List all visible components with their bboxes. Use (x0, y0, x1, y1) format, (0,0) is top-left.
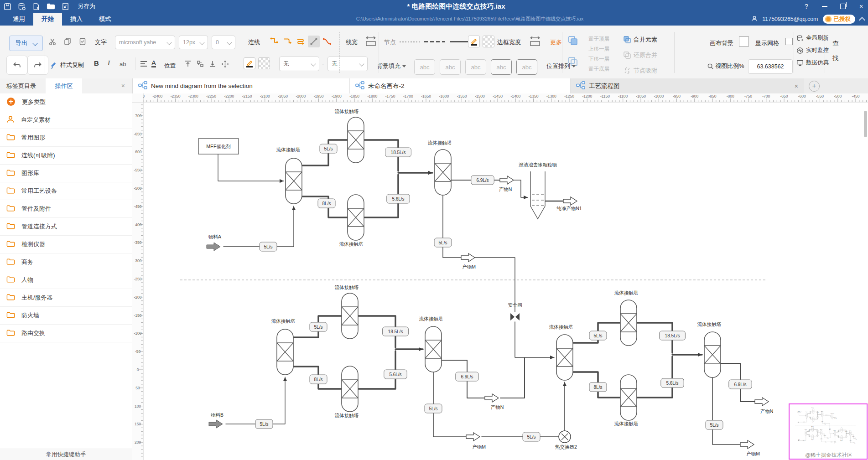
dashed-line-style[interactable] (424, 41, 445, 42)
node-snap-toggle[interactable]: 节点吸附 (623, 67, 657, 75)
background-fill-dropdown[interactable]: 背景填充 (377, 62, 406, 70)
bold-button[interactable]: B (94, 59, 99, 67)
bring-to-front-button[interactable]: 置于顶层 (588, 34, 609, 44)
align-icon[interactable] (140, 60, 148, 69)
sidebar-item-1[interactable]: 自定义素材 (0, 111, 132, 129)
ribbon-tab-0[interactable]: 通用 (5, 13, 33, 26)
sidebar-item-5[interactable]: 常用工艺设备 (0, 182, 132, 200)
restore-button[interactable] (839, 2, 847, 10)
align-bottom-icon[interactable] (209, 60, 216, 69)
font-color-button[interactable]: A (151, 59, 156, 67)
arrow-style-select[interactable]: 无 (327, 57, 368, 71)
text-style-4[interactable]: abc (491, 59, 512, 75)
view-scale-input[interactable]: 63.638562 (748, 59, 793, 74)
line-color-icon[interactable] (468, 36, 480, 47)
doc-tab-1[interactable]: 未命名画布-2 (350, 78, 571, 93)
sidebar-item-11[interactable]: 主机/服务器 (0, 289, 132, 307)
curve-connector-icon[interactable] (321, 36, 333, 47)
export-button[interactable]: 导出 (9, 36, 43, 51)
align-top-icon[interactable] (184, 60, 192, 69)
sidebar-item-6[interactable]: 管件及附件 (0, 200, 132, 218)
move-icon[interactable] (221, 60, 229, 69)
rounded-elbow-connector-icon[interactable] (281, 36, 293, 47)
distribute-icon[interactable] (197, 60, 204, 69)
font-size-select[interactable]: 12px (179, 36, 208, 49)
add-canvas-button[interactable]: + (809, 81, 820, 92)
merge-elements-button[interactable]: 合并元素 (623, 36, 657, 44)
doc-tab-0[interactable]: New mind diagram from the selection (133, 78, 350, 93)
collapse-ribbon-icon[interactable] (859, 17, 865, 23)
stroke-color-icon[interactable] (244, 57, 255, 69)
sidebar-item-3[interactable]: 连线(可吸附) (0, 147, 132, 165)
minimap[interactable]: 流体接触塔流体接触塔流体接触塔流体接触塔流体接触塔流体接触塔流体接触塔流体接触塔… (789, 404, 867, 459)
tab-page-directory[interactable]: 标签页目录 (6, 78, 36, 93)
arrange-dropdown[interactable]: 位置排列 (546, 62, 576, 70)
copy-icon[interactable] (63, 37, 72, 47)
elbow-connector-icon[interactable] (268, 36, 280, 47)
duplicate-icon[interactable] (567, 35, 579, 48)
close-button[interactable]: × (857, 2, 865, 10)
global-refresh-button[interactable]: 全局刷新 (796, 32, 829, 44)
find-button[interactable]: 查找 (831, 36, 840, 66)
tab-operation-area[interactable]: 操作区 (46, 78, 82, 93)
ribbon-tab-1[interactable]: 开始 (33, 13, 62, 26)
paste-icon[interactable] (78, 37, 87, 47)
sidebar-item-2[interactable]: 常用图形 (0, 129, 132, 147)
move-up-layer-button[interactable]: 上移一层 (588, 44, 609, 54)
redo-button[interactable] (27, 56, 48, 75)
text-style-3[interactable]: abc (465, 59, 486, 75)
border-width-icon[interactable] (528, 35, 542, 49)
straight-connector-icon[interactable] (308, 36, 320, 47)
fill-transparent-icon[interactable] (258, 57, 270, 69)
strikethrough-button[interactable]: ab (120, 61, 126, 67)
sidebar-item-12[interactable]: 防火墙 (0, 307, 132, 325)
sidebar-item-13[interactable]: 路由交换 (0, 325, 132, 342)
sidebar-item-4[interactable]: 图形库 (0, 165, 132, 182)
no-fill-icon[interactable] (483, 36, 494, 47)
style-copy-button[interactable]: 样式复制 (50, 61, 84, 69)
doc-tab-2[interactable]: 工艺流程图× (571, 78, 804, 93)
dotted-line-style[interactable] (400, 41, 421, 42)
sidebar-item-0[interactable]: 更多类型 (0, 93, 132, 111)
sidebar-item-7[interactable]: 管道连接方式 (0, 218, 132, 236)
account-email[interactable]: 1175093265@qq.com (762, 16, 818, 22)
sidebar-item-10[interactable]: 人物 (0, 271, 132, 289)
drawing-canvas[interactable]: 流体接触塔流体接触塔流体接触塔流体接触塔流体接触塔流体接触塔流体接触塔流体接触塔… (132, 93, 868, 460)
sidebar-item-9[interactable]: 商务 (0, 253, 132, 271)
move-down-layer-button[interactable]: 下移一层 (588, 54, 609, 64)
close-tab-icon[interactable]: × (795, 83, 798, 90)
save-icon[interactable] (4, 3, 11, 10)
text-style-1[interactable]: abc (414, 59, 435, 75)
minimize-button[interactable] (821, 2, 829, 10)
export-icon[interactable] (62, 3, 69, 10)
more-link[interactable]: 更多 (550, 38, 562, 47)
spacing-select[interactable]: 0 (212, 36, 235, 49)
text-style-2[interactable]: abc (440, 59, 461, 75)
canvas-background-swatch[interactable] (739, 36, 749, 47)
send-to-back-button[interactable]: 置于底层 (588, 64, 609, 74)
cut-icon[interactable] (48, 37, 57, 47)
line-width-icon[interactable] (364, 35, 378, 49)
show-grid-checkbox[interactable] (785, 38, 793, 45)
ribbon-tab-2[interactable]: 插入 (62, 13, 91, 26)
font-family-select[interactable]: microsoft yahe (115, 36, 175, 49)
s-elbow-connector-icon[interactable] (295, 36, 307, 47)
text-style-5[interactable]: abc (516, 59, 537, 75)
open-folder-icon[interactable] (47, 3, 55, 10)
license-badge[interactable]: 已授权 (823, 15, 856, 24)
panel-close-icon[interactable]: × (121, 78, 125, 93)
sidebar-item-8[interactable]: 检测仪器 (0, 236, 132, 253)
ribbon-tab-3[interactable]: 模式 (91, 13, 120, 26)
vertical-scrollbar[interactable] (864, 111, 867, 137)
shortcut-helper-link[interactable]: 常用快捷键助手 (0, 449, 132, 460)
realtime-monitor-button[interactable]: 实时监控 (796, 44, 829, 57)
new-file-icon[interactable] (32, 3, 40, 10)
help-icon[interactable]: ? (802, 2, 811, 10)
unmerge-button[interactable]: 还原合并 (623, 51, 657, 59)
italic-button[interactable]: I (108, 59, 110, 67)
database-settings-icon[interactable] (18, 3, 26, 10)
line-style-select[interactable]: 无 (279, 57, 319, 71)
undo-button[interactable] (6, 56, 27, 75)
data-simulation-button[interactable]: 数据仿真 (796, 57, 829, 69)
save-as-button[interactable]: 另存为 (78, 2, 95, 10)
